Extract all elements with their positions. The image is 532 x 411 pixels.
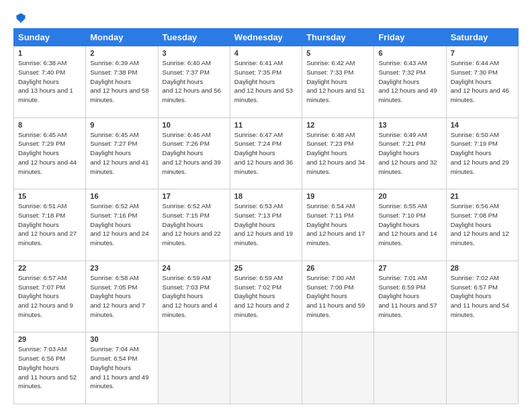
logo-icon (15, 12, 27, 24)
calendar-day-cell: 29 Sunrise: 7:03 AMSunset: 6:56 PMDaylig… (14, 332, 86, 404)
day-number: 25 (234, 264, 298, 272)
calendar-day-cell: 7 Sunrise: 6:44 AMSunset: 7:30 PMDayligh… (446, 46, 518, 118)
day-info: Sunrise: 6:42 AMSunset: 7:33 PMDaylight … (306, 59, 365, 103)
calendar-day-cell: 16 Sunrise: 6:52 AMSunset: 7:16 PMDaylig… (86, 189, 158, 261)
day-number: 22 (18, 264, 81, 272)
calendar-day-cell: 1 Sunrise: 6:38 AMSunset: 7:40 PMDayligh… (14, 46, 86, 118)
day-number: 21 (451, 192, 514, 200)
calendar-day-cell: 9 Sunrise: 6:45 AMSunset: 7:27 PMDayligh… (86, 118, 158, 189)
day-number: 9 (90, 121, 153, 129)
calendar-day-cell: 14 Sunrise: 6:50 AMSunset: 7:19 PMDaylig… (446, 118, 518, 189)
day-info: Sunrise: 6:52 AMSunset: 7:15 PMDaylight … (163, 202, 221, 246)
day-number: 13 (378, 121, 441, 129)
calendar-day-cell: 6 Sunrise: 6:43 AMSunset: 7:32 PMDayligh… (374, 46, 446, 118)
day-info: Sunrise: 6:49 AMSunset: 7:21 PMDaylight … (378, 131, 437, 175)
day-info: Sunrise: 6:44 AMSunset: 7:30 PMDaylight … (451, 59, 509, 103)
calendar-day-cell: 26 Sunrise: 7:00 AMSunset: 7:00 PMDaylig… (302, 261, 374, 332)
day-number: 14 (451, 121, 514, 129)
calendar-week-row: 29 Sunrise: 7:03 AMSunset: 6:56 PMDaylig… (14, 332, 519, 404)
day-of-week-header: Monday (86, 29, 158, 46)
day-number: 11 (234, 121, 298, 129)
calendar-day-cell: 3 Sunrise: 6:40 AMSunset: 7:37 PMDayligh… (158, 46, 230, 118)
day-number: 16 (90, 192, 153, 200)
calendar-day-cell: 28 Sunrise: 7:02 AMSunset: 6:57 PMDaylig… (446, 261, 518, 332)
day-number: 2 (90, 49, 153, 57)
day-of-week-header: Tuesday (158, 29, 230, 46)
day-info: Sunrise: 6:38 AMSunset: 7:40 PMDaylight … (18, 59, 73, 103)
calendar-day-cell: 23 Sunrise: 6:58 AMSunset: 7:05 PMDaylig… (86, 261, 158, 332)
day-number: 29 (18, 335, 81, 343)
calendar-table: SundayMondayTuesdayWednesdayThursdayFrid… (13, 28, 519, 404)
day-info: Sunrise: 6:57 AMSunset: 7:07 PMDaylight … (18, 274, 73, 318)
day-of-week-header: Saturday (446, 29, 518, 46)
day-info: Sunrise: 6:59 AMSunset: 7:02 PMDaylight … (234, 274, 290, 318)
calendar-day-cell: 25 Sunrise: 6:59 AMSunset: 7:02 PMDaylig… (230, 261, 302, 332)
day-info: Sunrise: 6:43 AMSunset: 7:32 PMDaylight … (378, 59, 437, 103)
calendar-week-row: 8 Sunrise: 6:45 AMSunset: 7:29 PMDayligh… (14, 118, 519, 189)
calendar-day-cell: 2 Sunrise: 6:39 AMSunset: 7:38 PMDayligh… (86, 46, 158, 118)
day-info: Sunrise: 6:39 AMSunset: 7:38 PMDaylight … (90, 59, 148, 103)
day-number: 30 (90, 335, 153, 343)
calendar-day-cell: 12 Sunrise: 6:48 AMSunset: 7:23 PMDaylig… (302, 118, 374, 189)
day-of-week-header: Sunday (14, 29, 86, 46)
day-number: 12 (306, 121, 369, 129)
day-info: Sunrise: 6:51 AMSunset: 7:18 PMDaylight … (18, 202, 77, 246)
calendar-week-row: 1 Sunrise: 6:38 AMSunset: 7:40 PMDayligh… (14, 46, 519, 118)
day-info: Sunrise: 7:02 AMSunset: 6:57 PMDaylight … (451, 274, 509, 318)
day-info: Sunrise: 6:48 AMSunset: 7:23 PMDaylight … (306, 131, 365, 175)
day-of-week-header: Friday (374, 29, 446, 46)
calendar-week-row: 15 Sunrise: 6:51 AMSunset: 7:18 PMDaylig… (14, 189, 519, 261)
day-number: 6 (378, 49, 441, 57)
calendar-day-cell: 5 Sunrise: 6:42 AMSunset: 7:33 PMDayligh… (302, 46, 374, 118)
calendar-day-cell: 20 Sunrise: 6:55 AMSunset: 7:10 PMDaylig… (374, 189, 446, 261)
day-number: 23 (90, 264, 153, 272)
day-number: 3 (163, 49, 226, 57)
calendar-day-cell (446, 332, 518, 404)
day-number: 1 (18, 49, 81, 57)
header (13, 12, 519, 21)
day-info: Sunrise: 6:53 AMSunset: 7:13 PMDaylight … (234, 202, 293, 246)
day-info: Sunrise: 6:54 AMSunset: 7:11 PMDaylight … (306, 202, 365, 246)
calendar-day-cell: 18 Sunrise: 6:53 AMSunset: 7:13 PMDaylig… (230, 189, 302, 261)
calendar-day-cell: 10 Sunrise: 6:46 AMSunset: 7:26 PMDaylig… (158, 118, 230, 189)
calendar-week-row: 22 Sunrise: 6:57 AMSunset: 7:07 PMDaylig… (14, 261, 519, 332)
calendar-day-cell: 27 Sunrise: 7:01 AMSunset: 6:59 PMDaylig… (374, 261, 446, 332)
calendar-day-cell: 30 Sunrise: 7:04 AMSunset: 6:54 PMDaylig… (86, 332, 158, 404)
day-number: 15 (18, 192, 81, 200)
day-info: Sunrise: 7:03 AMSunset: 6:56 PMDaylight … (18, 345, 77, 390)
day-number: 7 (451, 49, 514, 57)
day-info: Sunrise: 6:59 AMSunset: 7:03 PMDaylight … (163, 274, 218, 318)
day-info: Sunrise: 6:52 AMSunset: 7:16 PMDaylight … (90, 202, 148, 246)
day-info: Sunrise: 6:46 AMSunset: 7:26 PMDaylight … (163, 131, 221, 175)
calendar-day-cell: 8 Sunrise: 6:45 AMSunset: 7:29 PMDayligh… (14, 118, 86, 189)
calendar-day-cell: 24 Sunrise: 6:59 AMSunset: 7:03 PMDaylig… (158, 261, 230, 332)
calendar-day-cell: 13 Sunrise: 6:49 AMSunset: 7:21 PMDaylig… (374, 118, 446, 189)
calendar-day-cell (302, 332, 374, 404)
day-info: Sunrise: 6:47 AMSunset: 7:24 PMDaylight … (234, 131, 293, 175)
day-info: Sunrise: 6:41 AMSunset: 7:35 PMDaylight … (234, 59, 293, 103)
day-info: Sunrise: 7:04 AMSunset: 6:54 PMDaylight … (90, 345, 148, 390)
day-number: 28 (451, 264, 514, 272)
calendar-day-cell: 17 Sunrise: 6:52 AMSunset: 7:15 PMDaylig… (158, 189, 230, 261)
day-info: Sunrise: 6:40 AMSunset: 7:37 PMDaylight … (163, 59, 221, 103)
calendar-day-cell: 15 Sunrise: 6:51 AMSunset: 7:18 PMDaylig… (14, 189, 86, 261)
calendar-day-cell (374, 332, 446, 404)
day-number: 24 (163, 264, 226, 272)
day-info: Sunrise: 7:01 AMSunset: 6:59 PMDaylight … (378, 274, 437, 318)
day-info: Sunrise: 6:50 AMSunset: 7:19 PMDaylight … (451, 131, 509, 175)
day-info: Sunrise: 6:55 AMSunset: 7:10 PMDaylight … (378, 202, 437, 246)
calendar-day-cell: 22 Sunrise: 6:57 AMSunset: 7:07 PMDaylig… (14, 261, 86, 332)
day-info: Sunrise: 6:45 AMSunset: 7:27 PMDaylight … (90, 131, 148, 175)
calendar-day-cell (158, 332, 230, 404)
calendar-day-cell: 19 Sunrise: 6:54 AMSunset: 7:11 PMDaylig… (302, 189, 374, 261)
day-of-week-header: Wednesday (230, 29, 302, 46)
logo (13, 12, 27, 21)
page: SundayMondayTuesdayWednesdayThursdayFrid… (0, 0, 532, 411)
day-number: 27 (378, 264, 441, 272)
day-number: 10 (163, 121, 226, 129)
calendar-day-cell (230, 332, 302, 404)
day-of-week-header: Thursday (302, 29, 374, 46)
day-number: 20 (378, 192, 441, 200)
day-number: 4 (234, 49, 298, 57)
day-number: 17 (163, 192, 226, 200)
